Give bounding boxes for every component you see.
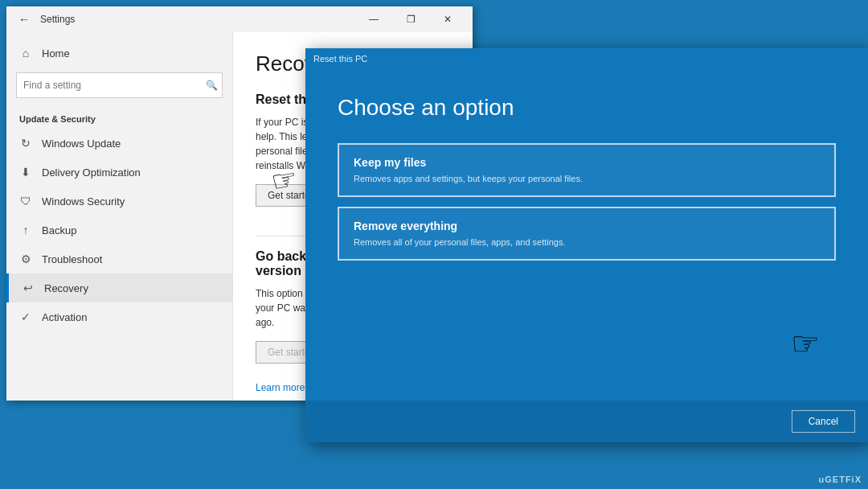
remove-everything-option[interactable]: Remove everything Removes all of your pe… (338, 207, 836, 261)
dialog-heading: Choose an option (338, 95, 836, 121)
dialog-footer: Cancel (305, 401, 868, 442)
window-title: Settings (40, 14, 355, 25)
backup-label: Backup (42, 224, 76, 236)
search-box: 🔍 (16, 72, 223, 98)
windows-security-icon: 🛡 (19, 195, 32, 208)
dialog-body: Choose an option Keep my files Removes a… (305, 69, 868, 401)
minimize-button[interactable]: — (355, 6, 392, 32)
keep-files-option[interactable]: Keep my files Removes apps and settings,… (338, 143, 836, 197)
search-icon: 🔍 (206, 80, 218, 91)
delivery-optimization-label: Delivery Optimization (42, 166, 141, 179)
home-icon: ⌂ (19, 47, 32, 60)
home-label: Home (42, 47, 70, 60)
windows-security-label: Windows Security (42, 195, 125, 208)
cancel-button[interactable]: Cancel (792, 410, 855, 433)
sidebar-section-title: Update & Security (6, 103, 232, 129)
title-bar: ← Settings — ❐ ✕ (6, 6, 473, 32)
sidebar-item-home[interactable]: ⌂ Home (6, 39, 232, 68)
sidebar-item-activation[interactable]: ✓ Activation (6, 302, 232, 331)
watermark: uGETFiX (819, 475, 862, 484)
sidebar: ⌂ Home 🔍 Update & Security ↻ Windows Upd… (6, 32, 233, 401)
troubleshoot-icon: ⚙ (19, 253, 32, 265)
close-button[interactable]: ✕ (429, 6, 466, 32)
troubleshoot-label: Troubleshoot (42, 253, 102, 265)
reset-dialog: Reset this PC Choose an option Keep my f… (305, 48, 868, 442)
learn-more-link[interactable]: Learn more (256, 382, 305, 393)
sidebar-item-windows-update[interactable]: ↻ Windows Update (6, 129, 232, 158)
search-input[interactable] (16, 72, 223, 98)
dialog-title-text: Reset this PC (313, 54, 367, 64)
windows-update-label: Windows Update (42, 138, 121, 150)
sidebar-item-delivery-optimization[interactable]: ⬇ Delivery Optimization (6, 158, 232, 187)
activation-icon: ✓ (19, 310, 32, 323)
activation-label: Activation (42, 311, 87, 323)
window-controls: — ❐ ✕ (355, 6, 466, 32)
sidebar-item-troubleshoot[interactable]: ⚙ Troubleshoot (6, 244, 232, 273)
keep-files-title: Keep my files (354, 156, 820, 169)
sidebar-item-recovery[interactable]: ↩ Recovery (6, 273, 232, 302)
back-button[interactable]: ← (13, 8, 35, 31)
backup-icon: ↑ (19, 224, 32, 236)
sidebar-item-backup[interactable]: ↑ Backup (6, 216, 232, 244)
remove-everything-desc: Removes all of your personal files, apps… (354, 237, 566, 247)
keep-files-desc: Removes apps and settings, but keeps you… (354, 174, 583, 183)
dialog-title-bar: Reset this PC (305, 48, 868, 69)
recovery-label: Recovery (44, 282, 88, 294)
remove-everything-title: Remove everything (354, 220, 820, 232)
windows-update-icon: ↻ (19, 137, 32, 150)
recovery-icon: ↩ (22, 281, 35, 294)
delivery-optimization-icon: ⬇ (19, 166, 32, 179)
restore-button[interactable]: ❐ (392, 6, 429, 32)
sidebar-item-windows-security[interactable]: 🛡 Windows Security (6, 187, 232, 216)
